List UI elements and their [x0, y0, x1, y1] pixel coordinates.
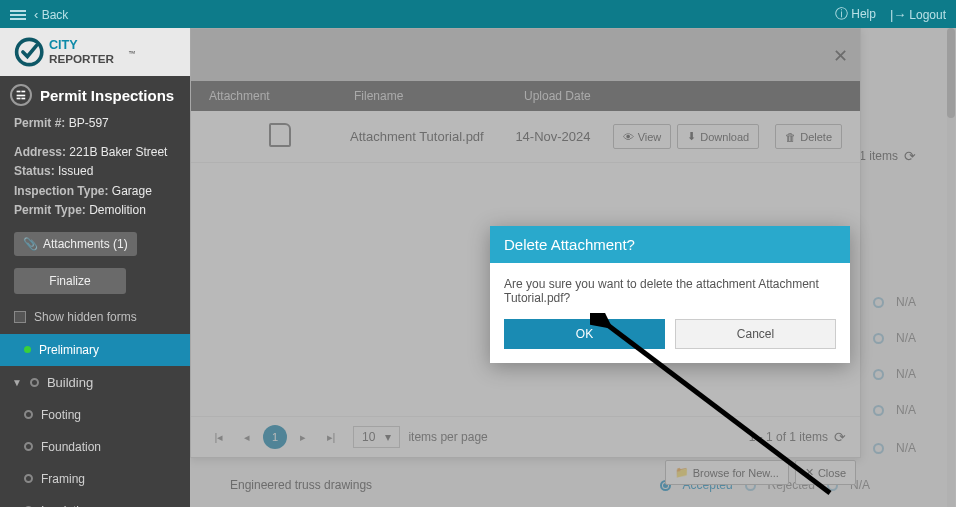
sidebar: CITY REPORTER ™ ☵ Permit Inspections Per…	[0, 28, 190, 507]
paperclip-icon: 📎	[23, 237, 38, 251]
topbar: ‹ Back ⓘHelp |→Logout	[0, 0, 956, 28]
caret-down-icon: ▼	[12, 377, 22, 388]
sidebar-item-foundation[interactable]: Foundation	[0, 431, 190, 463]
checkbox-icon	[14, 311, 26, 323]
status-circle-icon	[24, 474, 33, 483]
status-circle-icon	[24, 442, 33, 451]
sidebar-item-footing[interactable]: Footing	[0, 399, 190, 431]
show-hidden-toggle[interactable]: Show hidden forms	[0, 300, 190, 334]
cancel-button[interactable]: Cancel	[675, 319, 836, 349]
sidebar-title: ☵ Permit Inspections	[0, 76, 190, 114]
sidebar-item-preliminary[interactable]: Preliminary	[0, 334, 190, 366]
finalize-button[interactable]: Finalize	[14, 268, 126, 294]
sidebar-item-insulation[interactable]: Insulation	[0, 495, 190, 507]
permit-icon: ☵	[10, 84, 32, 106]
dialog-body: Are you sure you want to delete the atta…	[490, 263, 850, 319]
permit-meta: Permit #: BP-597 Address: 221B Baker Str…	[0, 114, 190, 226]
status-circle-icon	[30, 378, 39, 387]
attachments-button[interactable]: 📎 Attachments (1)	[14, 232, 137, 256]
sidebar-item-framing[interactable]: Framing	[0, 463, 190, 495]
svg-text:REPORTER: REPORTER	[49, 52, 114, 65]
status-circle-icon	[24, 410, 33, 419]
back-link[interactable]: ‹ Back	[34, 7, 68, 22]
svg-text:CITY: CITY	[49, 38, 78, 52]
dialog-title: Delete Attachment?	[490, 226, 850, 263]
ok-button[interactable]: OK	[504, 319, 665, 349]
sidebar-item-building[interactable]: ▼ Building	[0, 366, 190, 399]
content-area: 1 items ⟳ function slice() { [native cod…	[190, 28, 956, 507]
logo: CITY REPORTER ™	[0, 28, 190, 76]
help-link[interactable]: ⓘHelp	[835, 5, 876, 23]
logout-link[interactable]: |→Logout	[890, 7, 946, 22]
menu-icon[interactable]	[10, 8, 26, 20]
status-dot-icon	[24, 346, 31, 353]
svg-text:™: ™	[128, 49, 135, 58]
confirm-dialog: Delete Attachment? Are you sure you want…	[490, 226, 850, 363]
